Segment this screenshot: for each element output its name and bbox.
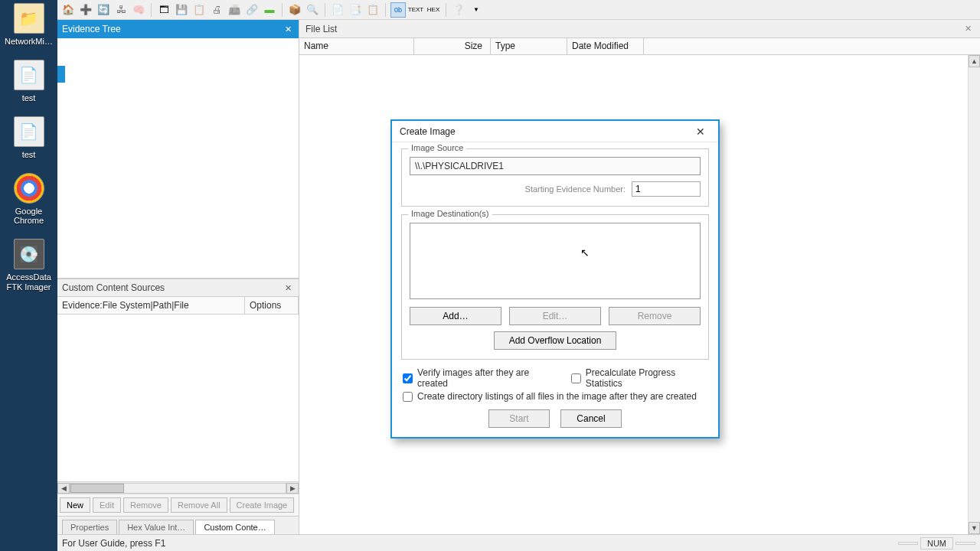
new-button[interactable]: New xyxy=(60,497,90,513)
horizontal-scrollbar[interactable]: ◀ ▶ xyxy=(57,481,299,494)
tb-copy-icon[interactable]: 📋 xyxy=(191,2,207,18)
scroll-right-icon[interactable]: ▶ xyxy=(286,483,299,494)
tb-doc-icon[interactable]: 📑 xyxy=(348,2,363,18)
remove-button[interactable]: Remove xyxy=(609,307,701,325)
tb-image-icon[interactable]: 🗔 xyxy=(156,2,172,18)
tab-custom-content[interactable]: Custom Conte… xyxy=(195,520,274,534)
scroll-thumb[interactable] xyxy=(70,484,124,493)
column-header-path[interactable]: Evidence:File System|Path|File xyxy=(57,297,245,314)
remove-all-button[interactable]: Remove All xyxy=(171,497,227,513)
status-bar: For User Guide, press F1 NUM xyxy=(57,534,980,551)
left-panel: Evidence Tree ✕ Custom Content Sources ✕… xyxy=(57,20,299,534)
tb-hex-icon[interactable]: HEX xyxy=(426,2,441,18)
pane-title-label: Custom Content Sources xyxy=(62,282,165,293)
tb-box-icon[interactable]: 📦 xyxy=(287,2,302,18)
directory-listings-checkbox[interactable] xyxy=(403,392,413,402)
column-header-size[interactable]: Size xyxy=(414,38,491,54)
scroll-down-icon[interactable]: ▼ xyxy=(969,522,980,534)
tb-refresh-icon[interactable]: 🔄 xyxy=(96,2,111,18)
toolbar-separator xyxy=(446,3,446,17)
dialog-titlebar[interactable]: Create Image ✕ xyxy=(392,121,718,142)
toolbar-separator xyxy=(282,3,283,17)
starting-evidence-input[interactable] xyxy=(632,181,701,197)
column-header-date[interactable]: Date Modified xyxy=(567,38,644,54)
remove-button[interactable]: Remove xyxy=(123,497,168,513)
close-icon[interactable]: ✕ xyxy=(282,282,294,294)
close-icon[interactable]: ✕ xyxy=(691,124,710,139)
file-icon: 📄 xyxy=(14,116,44,147)
add-button[interactable]: Add… xyxy=(410,307,501,325)
tb-chip-icon[interactable]: ▬ xyxy=(262,2,277,18)
tb-link-icon[interactable]: 🔗 xyxy=(244,2,260,18)
tb-text-icon[interactable]: TEXT xyxy=(408,2,423,18)
tb-add-drive-icon[interactable]: ➕ xyxy=(78,2,93,18)
edit-button[interactable]: Edit… xyxy=(509,307,601,325)
column-header-empty xyxy=(644,38,980,54)
scroll-left-icon[interactable]: ◀ xyxy=(57,483,70,494)
toolbar-separator xyxy=(325,3,325,17)
tb-dropdown-icon[interactable]: ▼ xyxy=(469,2,484,18)
tb-search-icon[interactable]: 🔍 xyxy=(305,2,320,18)
add-overflow-button[interactable]: Add Overflow Location xyxy=(494,331,616,350)
precalculate-checkbox[interactable] xyxy=(571,373,581,383)
tb-binary-icon[interactable]: 0b xyxy=(390,2,406,18)
close-icon[interactable]: ✕ xyxy=(282,23,294,35)
tb-save-icon[interactable]: 💾 xyxy=(174,2,189,18)
scroll-track[interactable] xyxy=(969,69,979,520)
scroll-up-icon[interactable]: ▲ xyxy=(969,55,980,67)
tb-help-icon[interactable]: ❔ xyxy=(451,2,466,18)
tb-add-evidence-icon[interactable]: 🏠 xyxy=(60,2,76,18)
desktop-item-networkminer[interactable]: 📁 NetworkMi… xyxy=(2,3,56,46)
tb-new-file-icon[interactable]: 📄 xyxy=(330,2,345,18)
desktop-label: NetworkMi… xyxy=(5,37,53,46)
custom-content-list[interactable] xyxy=(57,315,299,481)
tb-network-icon[interactable]: 🖧 xyxy=(113,2,129,18)
evidence-tree-body[interactable] xyxy=(57,38,299,279)
custom-content-panel: Custom Content Sources ✕ Evidence:File S… xyxy=(57,279,299,516)
tb-list-icon[interactable]: 📋 xyxy=(365,2,381,18)
scroll-track[interactable] xyxy=(70,483,286,494)
destination-list[interactable]: ↖ xyxy=(410,223,701,299)
image-source-value: \\.\PHYSICALDRIVE1 xyxy=(410,157,701,175)
file-icon: 📄 xyxy=(14,60,44,90)
checkbox-label: Precalculate Progress Statistics xyxy=(586,367,707,389)
desktop-item-test2[interactable]: 📄 test xyxy=(2,116,56,159)
starting-evidence-label: Starting Evidence Number: xyxy=(525,184,626,194)
image-source-group: Image Source \\.\PHYSICALDRIVE1 Starting… xyxy=(401,148,709,207)
desktop-item-test1[interactable]: 📄 test xyxy=(2,60,56,103)
status-numlock: NUM xyxy=(920,537,953,549)
checkbox-label: Verify images after they are created xyxy=(417,367,554,389)
dialog-title-label: Create Image xyxy=(400,126,456,137)
options-checkboxes: Verify images after they are created Pre… xyxy=(403,367,707,402)
column-header-options[interactable]: Options xyxy=(245,297,299,314)
custom-content-buttons: New Edit Remove Remove All Create Image xyxy=(57,494,299,516)
tab-properties[interactable]: Properties xyxy=(62,520,117,534)
tb-fax-icon[interactable]: 📠 xyxy=(227,2,242,18)
desktop-item-ftk-imager[interactable]: 💽 AccessData FTK Imager xyxy=(2,239,56,291)
group-label: Image Source xyxy=(408,143,466,152)
verify-images-checkbox[interactable] xyxy=(403,373,413,383)
tb-print-icon[interactable]: 🖨 xyxy=(209,2,224,18)
tab-hex-value[interactable]: Hex Value Int… xyxy=(119,520,194,534)
tb-memory-icon[interactable]: 🧠 xyxy=(131,2,146,18)
vertical-scrollbar[interactable]: ▲ ▼ xyxy=(968,55,980,534)
desktop-item-chrome[interactable]: Google Chrome xyxy=(2,173,56,225)
cancel-button[interactable]: Cancel xyxy=(560,409,622,428)
column-header-name[interactable]: Name xyxy=(299,38,414,54)
evidence-selection xyxy=(57,66,65,83)
dialog-body: Image Source \\.\PHYSICALDRIVE1 Starting… xyxy=(392,142,718,437)
edit-button[interactable]: Edit xyxy=(93,497,121,513)
chrome-icon xyxy=(14,173,44,204)
custom-content-title: Custom Content Sources ✕ xyxy=(57,279,299,297)
create-image-button[interactable]: Create Image xyxy=(230,497,295,513)
disk-icon: 💽 xyxy=(14,239,44,269)
pane-title-label: File List xyxy=(305,24,337,34)
status-text: For User Guide, press F1 xyxy=(62,538,165,549)
start-button[interactable]: Start xyxy=(488,409,550,428)
column-header-type[interactable]: Type xyxy=(491,38,567,54)
group-label: Image Destination(s) xyxy=(408,209,492,218)
close-icon[interactable]: ✕ xyxy=(962,23,974,35)
file-list-title: File List ✕ xyxy=(299,20,980,38)
desktop-label: AccessData FTK Imager xyxy=(2,272,56,291)
status-cell xyxy=(898,542,918,545)
